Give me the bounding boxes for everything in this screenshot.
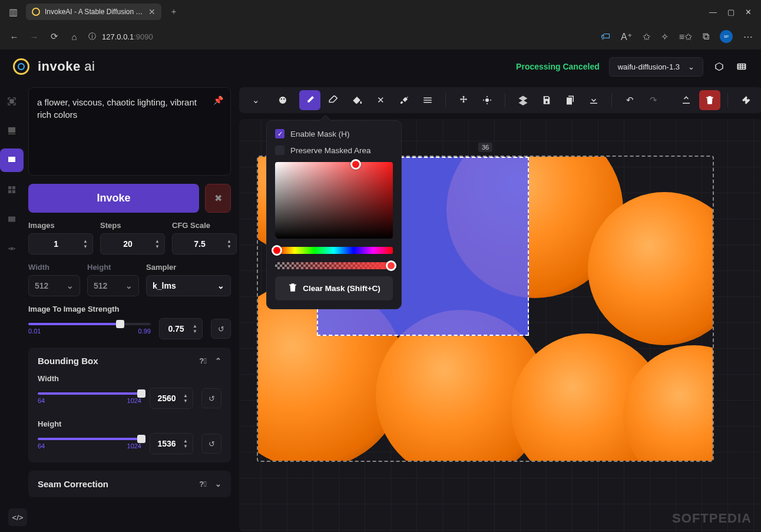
height-label: Height (87, 263, 139, 272)
download-canvas-icon[interactable] (583, 90, 604, 110)
invoke-button[interactable]: Invoke (28, 184, 199, 213)
enable-mask-checkbox[interactable]: ✓ Enable Mask (H) (275, 129, 393, 138)
browser-titlebar: ▥ InvokeAI - A Stable Diffusion Toolkit … (0, 0, 761, 24)
watermark: SOFTPEDIA (672, 511, 752, 526)
img2img-value-input[interactable]: 0.75▲▼ (159, 318, 203, 339)
bbox-height-input[interactable]: 1536▲▼ (150, 433, 193, 454)
img2img-slider[interactable]: 0.010.99 (28, 323, 151, 335)
cancel-button[interactable]: ✖ (205, 184, 231, 213)
move-tool[interactable] (453, 90, 474, 110)
clear-canvas-button[interactable] (699, 90, 720, 110)
browser-menu-icon[interactable]: ⋯ (743, 31, 753, 42)
clear-mask-button[interactable]: Clear Mask (Shift+C) (275, 276, 393, 300)
nav-home-icon[interactable]: ⌂ (68, 32, 80, 42)
preserve-mask-checkbox[interactable]: Preserve Masked Area (275, 146, 393, 155)
seam-correction-header[interactable]: Seam Correction ?⃝⌄ (38, 479, 221, 489)
tab-close-icon[interactable]: ✕ (148, 7, 155, 16)
nav-tab-training[interactable] (0, 237, 24, 260)
stepper-icon[interactable]: ▲▼ (155, 239, 160, 249)
stepper-icon[interactable]: ▲▼ (183, 438, 188, 449)
bounding-box-header[interactable]: Bounding Box ?⃝⌃ (38, 356, 221, 366)
bbox-width-slider[interactable]: 641024 (38, 392, 141, 404)
chevron-up-icon[interactable]: ⌃ (215, 356, 221, 365)
close-tool-icon[interactable]: ✕ (370, 90, 391, 110)
favorite-icon[interactable]: ✩ (643, 31, 650, 42)
stepper-icon[interactable]: ▲▼ (227, 239, 231, 249)
nav-tab-img2img[interactable] (0, 119, 24, 143)
checkbox-checked-icon: ✓ (275, 129, 284, 138)
hue-slider-thumb[interactable] (272, 245, 282, 256)
fill-tool[interactable] (346, 90, 368, 110)
nav-tab-txt2img[interactable] (0, 90, 24, 113)
browser-sidebar-toggle-icon[interactable]: ▥ (5, 4, 21, 20)
pin-icon[interactable]: 📌 (213, 95, 223, 107)
alpha-slider-thumb[interactable] (386, 260, 396, 271)
new-tab-button[interactable]: ＋ (170, 6, 178, 17)
nav-back-icon[interactable]: ← (8, 32, 20, 42)
read-aloud-icon[interactable]: A⁺ (621, 31, 632, 42)
canvas-settings-icon[interactable] (735, 90, 756, 110)
brush-tool[interactable] (299, 90, 320, 110)
model-select[interactable]: waifu-diffusion-1.3 ⌄ (609, 57, 703, 77)
code-toggle-button[interactable]: </> (8, 508, 27, 526)
stepper-icon[interactable]: ▲▼ (83, 239, 88, 249)
keyboard-icon[interactable] (735, 60, 748, 73)
color-saturation-picker[interactable] (275, 162, 393, 239)
steps-input[interactable]: 20▲▼ (100, 233, 165, 255)
window-close-icon[interactable]: ✕ (745, 8, 752, 16)
sampler-select[interactable]: k_lms⌄ (146, 275, 231, 296)
brush-settings-icon[interactable] (417, 90, 438, 110)
layer-dropdown[interactable]: ⌄ (245, 90, 266, 110)
eraser-tool[interactable] (323, 90, 344, 110)
redo-icon[interactable]: ↷ (643, 90, 664, 110)
bbox-width-reset-button[interactable]: ↺ (201, 388, 221, 408)
images-input[interactable]: 1▲▼ (28, 233, 93, 255)
color-picker-thumb[interactable] (350, 159, 361, 170)
upload-icon[interactable] (676, 90, 697, 110)
url-bar[interactable]: ⓘ 127.0.0.1:9090 (88, 31, 153, 42)
browser-tab[interactable]: InvokeAI - A Stable Diffusion Toolkit ✕ (26, 4, 161, 20)
url-host: 127.0.0.1 (102, 32, 134, 41)
mask-options-button[interactable] (272, 90, 293, 110)
model-select-value: waifu-diffusion-1.3 (618, 62, 680, 71)
hue-slider[interactable] (275, 247, 393, 254)
img2img-reset-button[interactable]: ↺ (211, 319, 231, 339)
color-picker-tool[interactable] (393, 90, 415, 110)
height-select[interactable]: 512⌄ (87, 275, 139, 296)
cfg-input[interactable]: 7.5▲▼ (172, 233, 237, 255)
copy-canvas-icon[interactable] (560, 90, 581, 110)
extensions-icon[interactable]: ✧ (661, 31, 669, 42)
app-title: invoke ai (38, 59, 95, 74)
alpha-slider[interactable] (275, 262, 393, 269)
help-icon[interactable]: ?⃝ (199, 356, 207, 365)
bbox-height-reset-button[interactable]: ↺ (201, 434, 221, 454)
site-info-icon[interactable]: ⓘ (88, 31, 96, 42)
favorites-bar-icon[interactable]: ≡✩ (679, 31, 692, 42)
shopping-tag-icon[interactable]: 🏷 (601, 31, 610, 42)
nav-tab-postprocess[interactable] (0, 207, 24, 231)
chevron-down-icon: ⌄ (688, 62, 694, 71)
window-maximize-icon[interactable]: ▢ (727, 8, 734, 16)
nav-tab-unified-canvas[interactable] (0, 148, 24, 172)
collections-icon[interactable]: ⧉ (703, 31, 709, 42)
stepper-icon[interactable]: ▲▼ (183, 393, 188, 404)
bbox-width-input[interactable]: 2560▲▼ (150, 388, 193, 409)
reset-view-icon[interactable] (477, 90, 498, 110)
merge-layers-icon[interactable] (512, 90, 534, 110)
save-canvas-icon[interactable] (536, 90, 557, 110)
width-select[interactable]: 512⌄ (28, 275, 80, 296)
bounding-box-accordion: Bounding Box ?⃝⌃ Width 641024 2560▲▼ ↺ (28, 348, 231, 462)
nav-tab-nodes[interactable] (0, 178, 24, 201)
nav-refresh-icon[interactable]: ⟳ (48, 31, 60, 42)
stepper-icon[interactable]: ▲▼ (193, 323, 197, 334)
undo-icon[interactable]: ↶ (619, 90, 640, 110)
prompt-input[interactable]: a flower, viscous, chaotic lighting, vib… (28, 87, 231, 176)
profile-badge-icon[interactable]: SP (720, 30, 733, 43)
app-title-thin: ai (84, 59, 95, 74)
bbox-height-slider[interactable]: 641024 (38, 438, 141, 450)
trash-icon (287, 282, 298, 295)
chevron-down-icon[interactable]: ⌄ (215, 480, 221, 488)
settings-box-icon[interactable] (713, 60, 726, 73)
window-minimize-icon[interactable]: ― (709, 8, 717, 16)
help-icon[interactable]: ?⃝ (199, 480, 207, 488)
